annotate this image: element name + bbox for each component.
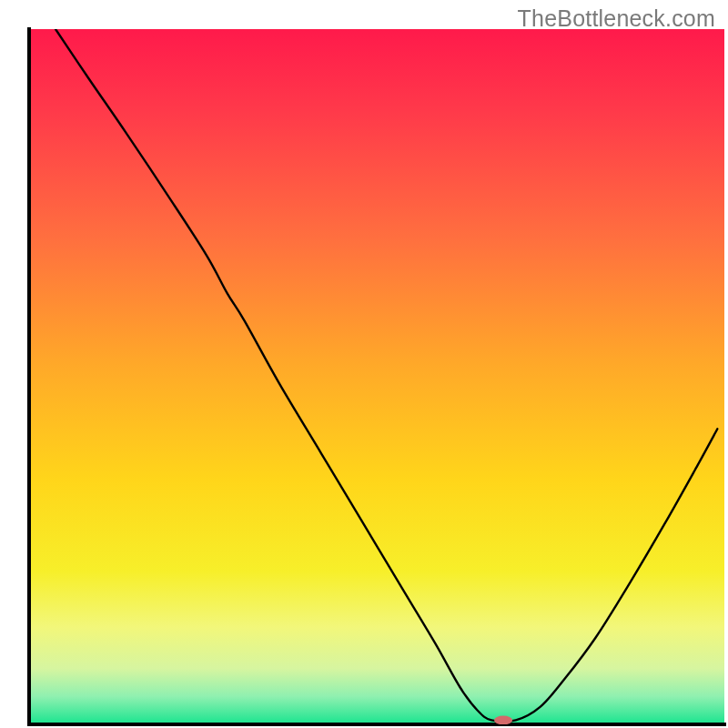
watermark-text: TheBottleneck.com (518, 5, 715, 32)
plot-background (29, 29, 724, 724)
optimal-marker (494, 715, 512, 724)
chart-container: TheBottleneck.com (0, 0, 728, 728)
bottleneck-chart (0, 0, 728, 728)
